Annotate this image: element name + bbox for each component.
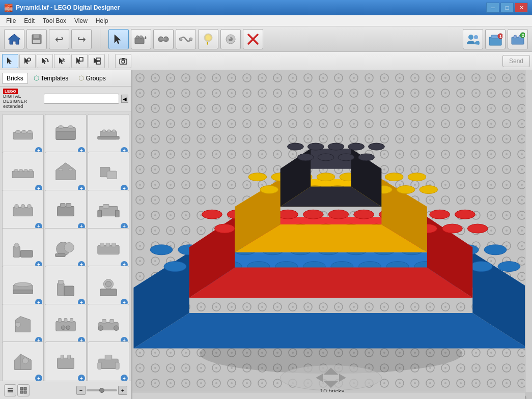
group-mode-btn[interactable] (89, 54, 105, 68)
groups-tab[interactable]: ⬡ Groups (74, 72, 110, 84)
bricks-tab[interactable]: Bricks (2, 73, 28, 84)
menu-view[interactable]: View (70, 16, 92, 25)
svg-point-161 (303, 210, 323, 219)
paint-icon (202, 33, 215, 46)
svg-point-110 (114, 326, 119, 331)
brick-item[interactable]: + (45, 114, 87, 156)
svg-point-201 (318, 154, 334, 161)
svg-rect-107 (102, 319, 106, 323)
flex-icon (179, 33, 192, 46)
brick-thumbnail (96, 237, 121, 261)
zoom-controls: − + (76, 386, 127, 395)
models-button[interactable]: 1 (485, 29, 506, 49)
home-button[interactable] (4, 29, 24, 49)
zoom-out-button[interactable]: − (76, 386, 86, 395)
clone-icon (58, 57, 66, 65)
send-button[interactable]: Send (502, 55, 530, 67)
redo-button[interactable]: ↪ (71, 29, 92, 49)
undo-button[interactable]: ↩ (49, 29, 69, 49)
svg-point-58 (112, 130, 116, 132)
svg-rect-124 (20, 391, 23, 393)
svg-point-111 (22, 358, 29, 364)
svg-point-162 (328, 210, 349, 219)
svg-rect-122 (20, 387, 23, 390)
hinge-button[interactable] (153, 29, 174, 49)
view-button[interactable] (220, 29, 241, 49)
select-tool-button[interactable] (108, 29, 129, 49)
brick-item[interactable]: + (45, 152, 87, 193)
brick-item[interactable]: + (88, 266, 129, 307)
bottom-scrollbar[interactable] (132, 392, 525, 399)
brick-thumbnail (11, 350, 35, 375)
brick-item[interactable]: + (88, 228, 129, 270)
brick-item[interactable]: + (2, 152, 44, 193)
brick-thumbnail (11, 274, 35, 299)
save-icon (31, 33, 43, 45)
maximize-button[interactable]: □ (500, 3, 514, 13)
view-icon (224, 33, 237, 46)
brick-item[interactable]: + (45, 266, 87, 307)
brick-thumbnail (11, 160, 35, 185)
menu-edit[interactable]: Edit (20, 16, 39, 25)
brick-item[interactable]: + (2, 341, 44, 381)
flex-button[interactable] (176, 29, 196, 49)
hide-mode-btn[interactable] (71, 54, 88, 68)
build-button[interactable]: 2 (508, 29, 528, 49)
save-button[interactable] (26, 29, 47, 49)
templates-tab[interactable]: ⬡ Templates (29, 72, 73, 84)
svg-point-166 (430, 210, 450, 219)
zoom-in-button[interactable]: + (118, 386, 127, 395)
rotate-icon (41, 57, 49, 65)
rotate-mode-btn[interactable] (37, 54, 53, 68)
brick-add-icon: + (121, 375, 128, 381)
brick-item[interactable]: + (88, 152, 129, 193)
delete-button[interactable] (243, 29, 263, 49)
add-brick-button[interactable]: + (131, 29, 151, 49)
collapse-button[interactable]: ◀ (121, 95, 128, 103)
close-button[interactable]: ✕ (515, 3, 528, 13)
brick-item[interactable]: + (2, 304, 44, 346)
brick-item[interactable]: + (45, 190, 87, 232)
zoom-slider[interactable] (87, 389, 117, 391)
list-view-button[interactable] (4, 384, 16, 396)
view-buttons (4, 384, 30, 396)
main-viewport[interactable]: 10 bricks (132, 70, 532, 399)
brick-thumbnail (96, 123, 121, 147)
brick-item[interactable]: + (2, 190, 44, 232)
svg-rect-92 (13, 290, 33, 294)
move-mode-btn[interactable] (19, 54, 36, 68)
brick-item[interactable]: + (2, 266, 44, 307)
svg-point-104 (61, 326, 65, 330)
brick-item[interactable]: + (88, 114, 129, 156)
svg-point-195 (288, 143, 304, 150)
svg-point-45 (122, 60, 125, 63)
brick-item[interactable]: + (88, 341, 129, 381)
brick-item[interactable]: + (45, 341, 87, 381)
svg-point-21 (468, 35, 473, 40)
community-button[interactable] (463, 29, 483, 49)
minimize-button[interactable]: ─ (486, 3, 499, 13)
brick-item[interactable]: + (2, 228, 44, 270)
menu-file[interactable]: File (2, 16, 20, 25)
right-scrollbar[interactable] (525, 70, 532, 392)
brick-thumbnail (53, 160, 78, 185)
menu-toolbox[interactable]: Tool Box (39, 16, 70, 25)
paint-button[interactable] (198, 29, 218, 49)
zoom-slider-thumb[interactable] (99, 388, 104, 393)
clone-mode-btn[interactable] (54, 54, 70, 68)
grid-view-button[interactable] (17, 384, 30, 396)
brick-item[interactable]: + (88, 304, 129, 346)
select-mode-btn[interactable] (2, 54, 18, 68)
brick-item[interactable]: + (45, 228, 87, 270)
menu-help[interactable]: Help (92, 16, 113, 25)
models-icon: 1 (488, 32, 502, 46)
main-toolbar: ↩ ↪ + (0, 26, 532, 52)
svg-rect-98 (100, 289, 117, 296)
brick-item[interactable]: + (88, 190, 129, 232)
search-input[interactable] (44, 94, 119, 104)
camera-mode-btn[interactable] (115, 54, 131, 68)
svg-point-168 (214, 224, 235, 233)
brick-item[interactable]: + (2, 114, 44, 156)
svg-rect-73 (58, 206, 74, 216)
brick-item[interactable]: + (45, 304, 87, 346)
